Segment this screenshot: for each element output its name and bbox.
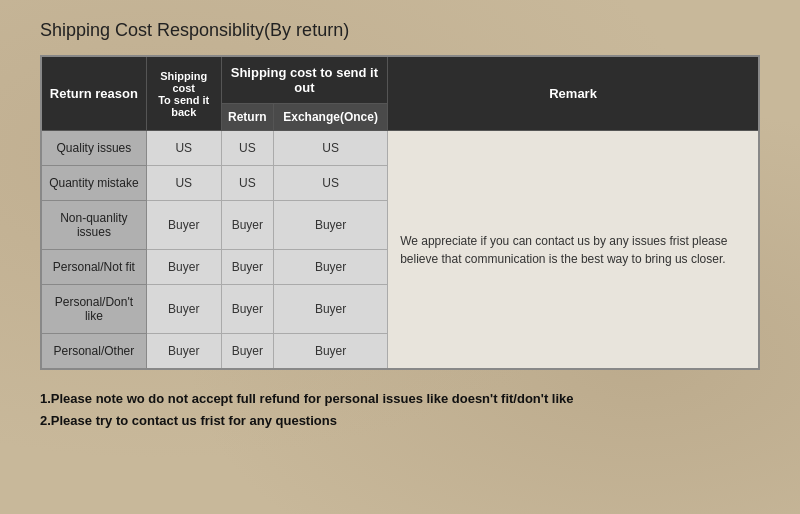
footer-note-2: 2.Please try to contact us frist for any… xyxy=(40,410,760,432)
reason-cell: Personal/Not fit xyxy=(41,250,146,285)
return-cell: Buyer xyxy=(221,285,273,334)
reason-cell: Non-quanlity issues xyxy=(41,201,146,250)
shipping-table: Return reason Shipping costTo send it ba… xyxy=(40,55,760,370)
reason-cell: Quality issues xyxy=(41,131,146,166)
return-cell: Buyer xyxy=(221,201,273,250)
return-cell: US xyxy=(221,166,273,201)
send-back-cell: Buyer xyxy=(146,334,221,370)
return-cell: Buyer xyxy=(221,334,273,370)
reason-cell: Personal/Other xyxy=(41,334,146,370)
header-return-reason: Return reason xyxy=(41,56,146,131)
header-exchange-col: Exchange(Once) xyxy=(274,104,388,131)
footer-notes: 1.Please note wo do not accept full refu… xyxy=(40,388,760,432)
table-row: Quality issues US US US We appreciate if… xyxy=(41,131,759,166)
reason-cell: Personal/Don't like xyxy=(41,285,146,334)
exchange-cell: Buyer xyxy=(274,201,388,250)
exchange-cell: US xyxy=(274,166,388,201)
exchange-cell: US xyxy=(274,131,388,166)
send-back-cell: Buyer xyxy=(146,285,221,334)
exchange-cell: Buyer xyxy=(274,285,388,334)
return-cell: Buyer xyxy=(221,250,273,285)
main-title: Shipping Cost Responsiblity(By return) xyxy=(40,20,760,41)
exchange-cell: Buyer xyxy=(274,250,388,285)
remark-cell: We appreciate if you can contact us by a… xyxy=(388,131,759,370)
header-shipping-out: Shipping cost to send it out xyxy=(221,56,387,104)
send-back-cell: US xyxy=(146,131,221,166)
exchange-cell: Buyer xyxy=(274,334,388,370)
send-back-cell: US xyxy=(146,166,221,201)
send-back-cell: Buyer xyxy=(146,201,221,250)
send-back-cell: Buyer xyxy=(146,250,221,285)
header-shipping-back: Shipping costTo send it back xyxy=(146,56,221,131)
return-cell: US xyxy=(221,131,273,166)
reason-cell: Quantity mistake xyxy=(41,166,146,201)
page-container: Shipping Cost Responsiblity(By return) R… xyxy=(40,20,760,432)
header-return-col: Return xyxy=(221,104,273,131)
header-remark: Remark xyxy=(388,56,759,131)
footer-note-1: 1.Please note wo do not accept full refu… xyxy=(40,388,760,410)
